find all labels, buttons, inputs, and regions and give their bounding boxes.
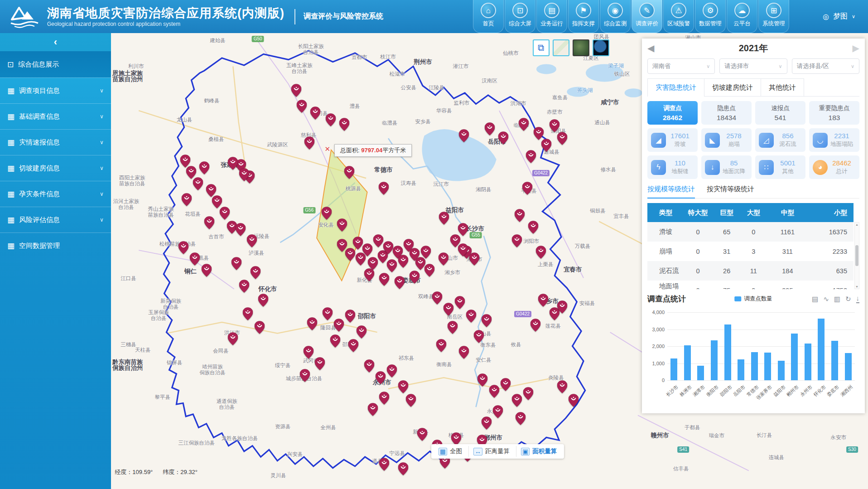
hazard-marker[interactable]	[444, 303, 454, 316]
hazard-marker[interactable]	[310, 107, 321, 120]
full-extent-button[interactable]: ▦全图	[434, 446, 467, 457]
sub-tab-1[interactable]: 按灾情等级统计	[707, 185, 754, 198]
hazard-marker[interactable]	[398, 380, 409, 393]
hazard-marker[interactable]	[550, 119, 560, 132]
hazard-marker[interactable]	[477, 373, 488, 387]
hazard-marker[interactable]	[379, 273, 390, 286]
scroll-up-icon[interactable]: ▲	[855, 223, 858, 226]
hazard-marker[interactable]	[291, 84, 302, 97]
hazard-marker[interactable]	[451, 432, 461, 445]
hazard-marker[interactable]	[417, 428, 427, 441]
bar[interactable]	[697, 366, 704, 380]
hazard-stat-subsidence[interactable]: ↓85地面沉降	[701, 155, 752, 179]
bar[interactable]	[791, 334, 798, 380]
hazard-marker[interactable]	[498, 131, 508, 145]
bar[interactable]	[764, 353, 771, 380]
hazard-marker[interactable]	[484, 122, 495, 136]
hazard-marker[interactable]	[345, 248, 356, 261]
hazard-marker[interactable]	[474, 330, 484, 343]
hazard-marker[interactable]	[492, 405, 503, 418]
hazard-marker[interactable]	[379, 392, 390, 405]
hazard-marker[interactable]	[231, 257, 242, 270]
hazard-marker[interactable]	[246, 234, 257, 247]
bar[interactable]	[805, 344, 811, 380]
eye-icon[interactable]: ◎	[823, 12, 829, 21]
hazard-marker[interactable]	[458, 243, 468, 257]
nav-tab-monitoring[interactable]: ◉综合监测	[600, 0, 631, 33]
hazard-marker[interactable]	[481, 416, 492, 430]
hazard-marker[interactable]	[398, 255, 409, 268]
hazard-marker[interactable]	[438, 252, 448, 266]
hazard-marker[interactable]	[190, 252, 200, 266]
hazard-marker[interactable]	[432, 291, 443, 305]
tab-1[interactable]: 切坡建房统计	[704, 78, 761, 96]
hazard-marker[interactable]	[199, 161, 209, 174]
hazard-marker[interactable]	[515, 209, 525, 222]
hazard-marker[interactable]	[458, 129, 469, 142]
layers-icon[interactable]: ⧉	[533, 39, 550, 56]
hazard-marker[interactable]	[182, 193, 192, 206]
hazard-marker[interactable]	[307, 317, 318, 330]
sidebar-collapse-button[interactable]: ‹	[0, 33, 111, 51]
bar[interactable]	[670, 358, 677, 380]
year-next-button[interactable]: ▶	[853, 43, 859, 53]
bar-chart-icon[interactable]: ▥	[834, 295, 840, 303]
data-view-icon[interactable]: ▤	[812, 295, 818, 303]
hazard-marker[interactable]	[379, 458, 390, 471]
hazard-marker[interactable]	[469, 252, 480, 266]
bar[interactable]	[711, 340, 718, 380]
hazard-marker[interactable]	[516, 412, 526, 425]
hazard-marker[interactable]	[357, 325, 367, 339]
distance-measure-button[interactable]: ↔距离量算	[468, 446, 514, 457]
hazard-marker[interactable]	[538, 294, 549, 307]
hazard-marker[interactable]	[424, 264, 435, 277]
hazard-marker[interactable]	[455, 296, 465, 309]
nav-tab-system[interactable]: ⊞系统管理	[758, 0, 789, 33]
hazard-marker[interactable]	[304, 346, 314, 359]
hazard-marker[interactable]	[394, 276, 405, 289]
bar[interactable]	[818, 319, 825, 380]
hazard-marker[interactable]	[239, 280, 250, 293]
hazard-marker[interactable]	[178, 241, 189, 254]
hazard-marker[interactable]	[458, 346, 469, 359]
hazard-stat-ground-fissure[interactable]: ϟ110地裂缝	[647, 155, 698, 179]
nav-tab-business[interactable]: ▤业务运行	[536, 0, 567, 33]
hazard-marker[interactable]	[568, 394, 579, 407]
hazard-marker[interactable]	[557, 300, 567, 314]
sidebar-item-slope-house[interactable]: ▦切坡建房信息∨	[0, 155, 111, 181]
hazard-marker[interactable]	[228, 157, 238, 170]
hazard-marker[interactable]	[219, 207, 230, 220]
nav-tab-command[interactable]: ⚑指挥支撑	[568, 0, 599, 33]
hazard-marker[interactable]	[541, 139, 551, 152]
sidebar-item-risk[interactable]: ▦风险评估信息∨	[0, 207, 111, 232]
area-measure-button[interactable]: ▣面积量算	[516, 446, 561, 457]
nav-tab-big-screen[interactable]: ⊡综合大屏	[505, 0, 535, 33]
sidebar-item-pregnant[interactable]: ▦孕灾条件信息∨	[0, 181, 111, 207]
hazard-marker[interactable]	[466, 310, 477, 323]
refresh-icon[interactable]: ↻	[845, 295, 851, 303]
hazard-stat-ground-collapse[interactable]: ◡2231地面塌陷	[809, 128, 859, 152]
bar[interactable]	[684, 345, 691, 380]
hazard-marker[interactable]	[330, 334, 340, 348]
hazard-marker[interactable]	[405, 394, 416, 407]
hazard-marker[interactable]	[489, 385, 499, 398]
hazard-marker[interactable]	[352, 237, 363, 250]
hazard-marker[interactable]	[345, 310, 356, 323]
basemap-vector-thumbnail[interactable]	[553, 39, 569, 56]
hazard-marker[interactable]	[325, 113, 336, 126]
hazard-marker[interactable]	[251, 266, 261, 279]
hazard-marker[interactable]	[254, 321, 265, 334]
hazard-marker[interactable]	[481, 314, 492, 327]
hazard-marker[interactable]	[193, 177, 203, 190]
nav-tab-survey[interactable]: ✎调查评价	[632, 0, 662, 33]
basemap-globe-thumbnail[interactable]	[593, 39, 609, 56]
basemap-satellite-thumbnail[interactable]	[573, 39, 589, 56]
table-scrollbar[interactable]: ▲ ▼	[854, 222, 859, 289]
hazard-marker[interactable]	[522, 182, 533, 195]
county-select[interactable]: 请选择县/区∨	[792, 58, 859, 74]
hazard-marker[interactable]	[304, 136, 314, 150]
scroll-down-icon[interactable]: ▼	[855, 285, 858, 288]
hazard-marker[interactable]	[228, 332, 238, 345]
tab-2[interactable]: 其他统计	[761, 78, 804, 96]
hazard-marker[interactable]	[511, 234, 522, 247]
